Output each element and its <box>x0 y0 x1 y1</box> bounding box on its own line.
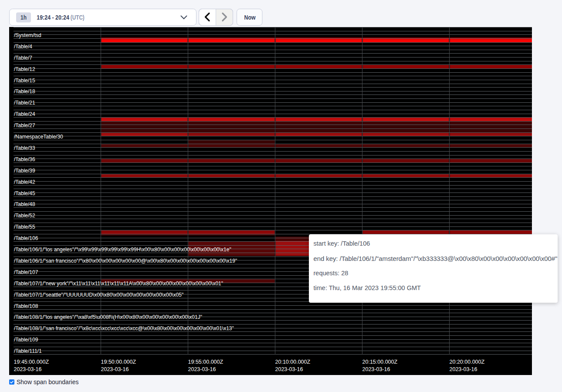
svg-text:/Table/18: /Table/18 <box>14 88 35 95</box>
svg-text:/Table/4: /Table/4 <box>14 44 32 50</box>
svg-text:19:55:00.000Z: 19:55:00.000Z <box>188 359 223 365</box>
svg-text:/NamespaceTable/30: /NamespaceTable/30 <box>14 134 63 140</box>
svg-text:19:50:00.000Z: 19:50:00.000Z <box>101 359 136 365</box>
svg-text:2023-03-16: 2023-03-16 <box>14 366 42 372</box>
svg-text:2023-03-16: 2023-03-16 <box>362 366 390 372</box>
svg-text:2023-03-16: 2023-03-16 <box>101 366 129 372</box>
svg-text:/Table/27: /Table/27 <box>14 122 35 128</box>
svg-text:/Table/52: /Table/52 <box>14 213 35 219</box>
svg-text:/Table/39: /Table/39 <box>14 168 35 174</box>
svg-text:20:20:00.000Z: 20:20:00.000Z <box>450 359 485 365</box>
svg-text:/Table/21: /Table/21 <box>14 100 35 106</box>
svg-text:/Table/33: /Table/33 <box>14 145 35 151</box>
svg-text:2023-03-16: 2023-03-16 <box>188 366 216 372</box>
svg-text:/Table/106/1/"san francisco"/": /Table/106/1/"san francisco"/"\x80\x00\x… <box>14 258 237 264</box>
svg-text:/Table/106: /Table/106 <box>14 235 38 241</box>
svg-text:/Table/107: /Table/107 <box>14 269 38 275</box>
svg-text:/Table/48: /Table/48 <box>14 201 35 207</box>
svg-text:/Table/12: /Table/12 <box>14 66 35 72</box>
svg-text:/Table/24: /Table/24 <box>14 111 35 117</box>
svg-text:Now: Now <box>244 14 256 21</box>
svg-text:/Table/108: /Table/108 <box>14 303 38 309</box>
svg-text:/Table/15: /Table/15 <box>14 78 35 84</box>
svg-text:/Table/42: /Table/42 <box>14 179 35 185</box>
svg-text:20:10:00.000Z: 20:10:00.000Z <box>275 359 311 365</box>
svg-text:/Table/45: /Table/45 <box>14 190 35 196</box>
svg-text:19:24 - 20:24: 19:24 - 20:24 <box>37 14 69 21</box>
svg-text:/Table/107/1/"new york"/"\x11\: /Table/107/1/"new york"/"\x11\x11\x11\x1… <box>14 280 223 287</box>
svg-text:2023-03-16: 2023-03-16 <box>450 366 477 372</box>
svg-text:/Table/108/1/"san francisco"/": /Table/108/1/"san francisco"/"\x8c\xcc\x… <box>14 325 234 331</box>
svg-text:/System/tsd: /System/tsd <box>14 32 41 38</box>
svg-text:/Table/55: /Table/55 <box>14 224 35 230</box>
svg-text:1h: 1h <box>20 14 27 21</box>
svg-text:/Table/107/1/"seattle"/"UUUUUU: /Table/107/1/"seattle"/"UUUUUUD\x00\x80\… <box>14 292 183 298</box>
svg-text:/Table/36: /Table/36 <box>14 156 35 162</box>
svg-text:(UTC): (UTC) <box>71 14 85 21</box>
svg-text:/Table/108/1/"los angeles"/"\x: /Table/108/1/"los angeles"/"\xa8\xf5\u00… <box>14 314 202 320</box>
svg-text:/Table/109: /Table/109 <box>14 337 38 343</box>
svg-text:2023-03-16: 2023-03-16 <box>275 366 303 372</box>
svg-text:19:45:00.000Z: 19:45:00.000Z <box>14 359 49 365</box>
svg-text:/Table/106/1/"los angeles"/"\x: /Table/106/1/"los angeles"/"\x99\x99\x99… <box>14 247 231 253</box>
svg-text:/Table/111/1: /Table/111/1 <box>14 348 42 354</box>
svg-text:20:15:00.000Z: 20:15:00.000Z <box>362 359 398 365</box>
svg-text:/Table/7: /Table/7 <box>14 55 32 61</box>
